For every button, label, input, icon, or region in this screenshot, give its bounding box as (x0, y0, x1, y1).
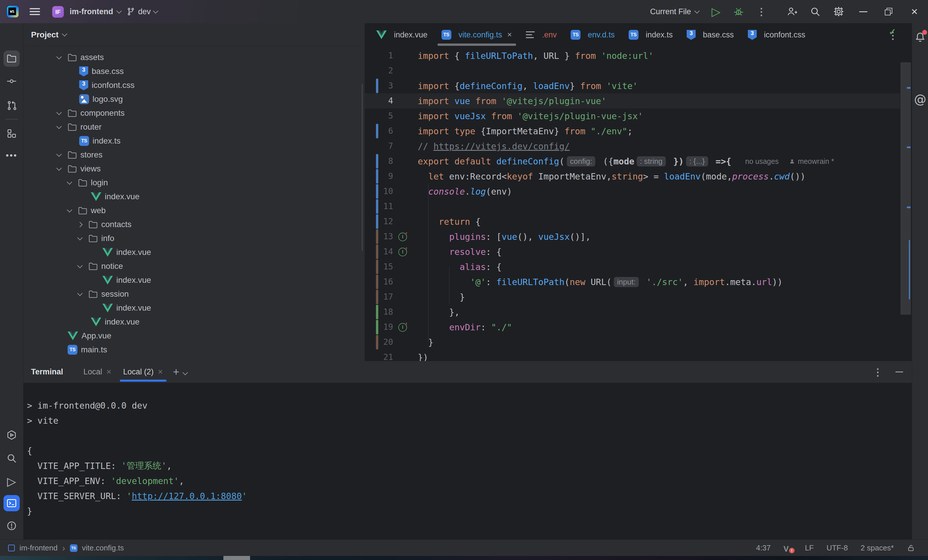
change-mark[interactable] (907, 146, 911, 148)
code-with-me-button[interactable] (773, 0, 804, 23)
tree-item-index-vue[interactable]: index.vue (23, 273, 365, 287)
tree-item-index-vue[interactable]: index.vue (23, 315, 365, 329)
line-number[interactable]: 21 (368, 350, 393, 361)
tree-item-web[interactable]: web (23, 204, 365, 218)
line-number[interactable]: 14 (368, 244, 393, 259)
code-line-21[interactable]: 21}) (365, 350, 900, 361)
line-number[interactable]: 6 (368, 124, 393, 139)
encoding-widget[interactable]: UTF-8 (826, 543, 848, 552)
pull-requests-tool-button[interactable] (3, 98, 20, 114)
code-line-16[interactable]: 16 '@': fileURLToPath(new URL(input: './… (365, 274, 900, 290)
inspections-ok-icon[interactable]: ✓ (889, 27, 896, 37)
chevron-down-icon[interactable] (57, 56, 67, 60)
code-line-10[interactable]: 10 console.log(env) (365, 184, 900, 199)
chevron-right-icon[interactable] (78, 223, 89, 226)
close-tab-icon[interactable]: ✕ (158, 368, 163, 376)
close-tab-icon[interactable]: ✕ (507, 31, 512, 38)
terminal-tool-button[interactable] (3, 495, 20, 511)
terminal-options-menu[interactable]: ⋮ (873, 366, 883, 378)
code-line-8[interactable]: 8export default defineConfig(config: ({m… (365, 154, 900, 169)
gutter-type-hint-icon[interactable]: I↑ (398, 247, 412, 257)
line-number[interactable]: 2 (368, 63, 393, 78)
line-number[interactable]: 13 (368, 229, 393, 244)
project-tool-button[interactable] (3, 50, 20, 67)
chevron-down-icon[interactable] (67, 209, 78, 212)
tree-item-login[interactable]: login (23, 176, 365, 190)
code-line-9[interactable]: 9 let env:Record<keyof ImportMetaEnv,str… (365, 169, 900, 184)
line-number[interactable]: 16 (368, 274, 393, 290)
line-number[interactable]: 11 (368, 199, 393, 214)
services-tool-button[interactable] (3, 427, 20, 443)
code-line-18[interactable]: 18 }, (365, 305, 900, 320)
minimize-button[interactable] (850, 0, 876, 23)
readonly-toggle[interactable] (907, 544, 915, 552)
tree-item-app-vue[interactable]: App.vue (23, 329, 365, 343)
close-button[interactable]: ✕ (901, 0, 928, 23)
code-line-14[interactable]: 14I↑ resolve: { (365, 244, 900, 259)
line-number[interactable]: 15 (368, 259, 393, 274)
code-line-5[interactable]: 5import vueJsx from '@vitejs/plugin-vue-… (365, 108, 900, 124)
code-line-20[interactable]: 20 } (365, 335, 900, 350)
project-panel-header[interactable]: Project (23, 23, 365, 46)
structure-tool-button[interactable] (3, 125, 20, 142)
more-actions-menu[interactable]: ⋮ (750, 0, 773, 23)
chevron-down-icon[interactable] (57, 111, 67, 115)
ai-assistant-button[interactable]: @ (914, 92, 926, 107)
tree-item-assets[interactable]: assets (23, 50, 365, 64)
tree-item-router[interactable]: router (23, 120, 365, 134)
tab-index-ts[interactable]: TSindex.ts (622, 23, 680, 46)
line-number[interactable]: 17 (368, 290, 393, 305)
line-number[interactable]: 12 (368, 214, 393, 229)
line-number[interactable]: 5 (368, 108, 393, 124)
change-mark[interactable] (907, 87, 911, 89)
tree-item-views[interactable]: views (23, 162, 365, 176)
code-vision-author[interactable]: meowrain * (789, 157, 834, 166)
tab-base-css[interactable]: 3base.css (680, 23, 741, 46)
code-line-1[interactable]: 1import { fileURLToPath, URL } from 'nod… (365, 48, 900, 63)
tree-item-iconfont-css[interactable]: 3iconfont.css (23, 78, 365, 92)
tree-item-logo-svg[interactable]: logo.svg (23, 92, 365, 106)
hide-terminal-button[interactable] (896, 371, 903, 372)
line-number[interactable]: 18 (368, 305, 393, 320)
main-menu-icon[interactable] (30, 8, 40, 16)
line-number[interactable]: 9 (368, 169, 393, 184)
gutter-type-hint-icon[interactable]: I↑ (398, 322, 412, 332)
chevron-down-icon[interactable] (57, 167, 67, 171)
terminal-link[interactable]: http://127.0.0.1:8080 (132, 491, 242, 501)
gutter-type-hint-icon[interactable]: I↑ (398, 232, 412, 242)
branch-widget[interactable]: dev (127, 0, 157, 23)
run-button[interactable]: ▷ (705, 0, 727, 23)
code-line-11[interactable]: 11 (365, 199, 900, 214)
change-mark[interactable] (909, 240, 910, 299)
tab-iconfont-css[interactable]: 3iconfont.css (741, 23, 812, 46)
tree-item-info[interactable]: info (23, 232, 365, 245)
indent-widget[interactable]: 2 spaces* (861, 543, 894, 552)
line-number[interactable]: 20 (368, 335, 393, 350)
tree-item-index-vue[interactable]: index.vue (23, 301, 365, 315)
line-separator-widget[interactable]: LF (805, 543, 814, 552)
code-line-6[interactable]: 6import type {ImportMetaEnv} from "./env… (365, 124, 900, 139)
terminal-tab-local-2-[interactable]: Local (2)✕ (118, 361, 169, 383)
tree-item-components[interactable]: components (23, 106, 365, 120)
tree-item-index-vue[interactable]: index.vue (23, 190, 365, 204)
project-tree-scrollbar[interactable] (362, 84, 363, 251)
tab--env[interactable]: .env (519, 23, 564, 46)
code-line-15[interactable]: 15 alias: { (365, 259, 900, 274)
line-number[interactable]: 1 (368, 48, 393, 63)
notifications-button[interactable] (914, 31, 926, 44)
code-line-4[interactable]: 4import vue from '@vitejs/plugin-vue' (365, 93, 900, 108)
line-number[interactable]: 8 (368, 154, 393, 169)
chevron-down-icon[interactable] (57, 125, 67, 129)
code-line-17[interactable]: 17 } (365, 290, 900, 305)
terminal-tab-dropdown[interactable] (183, 366, 187, 378)
tree-item-stores[interactable]: stores (23, 148, 365, 162)
code-vision-usages[interactable]: no usages (745, 157, 778, 166)
terminal-tab-local[interactable]: Local✕ (78, 361, 118, 383)
close-tab-icon[interactable]: ✕ (106, 368, 111, 376)
code-line-2[interactable]: 2 (365, 63, 900, 78)
run-tool-button[interactable]: ▷ (3, 473, 20, 490)
project-avatar[interactable]: IF (52, 6, 64, 18)
search-everywhere-button[interactable] (804, 0, 827, 23)
more-tool-windows-button[interactable]: ••• (3, 147, 20, 163)
line-number[interactable]: 4 (368, 93, 393, 108)
